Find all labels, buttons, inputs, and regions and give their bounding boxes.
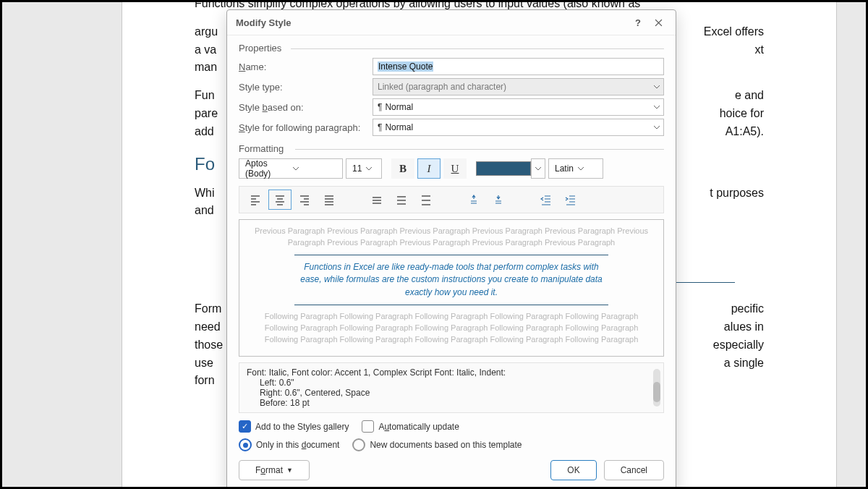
italic-button[interactable]: I (417, 158, 441, 179)
modify-style-dialog: Modify Style ? Properties NName:ame: Int… (226, 9, 676, 489)
align-center-button[interactable] (268, 190, 292, 210)
section-properties: Properties (239, 38, 664, 56)
check-auto-update[interactable]: Automatically update (362, 420, 459, 433)
description-scrollbar[interactable] (653, 369, 660, 407)
following-dropdown[interactable]: ¶Normal (373, 119, 664, 136)
indent-decrease-button[interactable] (535, 190, 558, 210)
dialog-titlebar: Modify Style ? (227, 10, 676, 35)
style-description: Font: Italic, Font color: Accent 1, Comp… (239, 362, 664, 413)
style-preview: Previous Paragraph Previous Paragraph Pr… (239, 219, 664, 357)
chevron-down-icon (653, 83, 660, 90)
chevron-down-icon: ▼ (286, 467, 293, 474)
space-before-inc-button[interactable] (462, 190, 485, 210)
align-right-button[interactable] (293, 190, 316, 210)
space-before-dec-button[interactable] (487, 190, 510, 210)
paragraph-toolbar (239, 186, 664, 213)
label-name: NName:ame: (239, 61, 365, 72)
font-family-combo[interactable]: Aptos (Body) (239, 158, 343, 179)
label-following: Style for following paragraph: (239, 122, 365, 133)
chevron-down-icon (535, 165, 542, 172)
align-left-button[interactable] (244, 190, 267, 210)
radio-only-doc[interactable]: Only in this document (239, 438, 339, 451)
preview-sample-text: Functions in Excel are like ready-made t… (299, 261, 603, 299)
line-spacing-1-button[interactable] (365, 190, 388, 210)
indent-increase-button[interactable] (559, 190, 582, 210)
chevron-down-icon (365, 165, 378, 172)
section-formatting: Formatting (239, 139, 664, 157)
cancel-button[interactable]: Cancel (604, 460, 664, 480)
align-justify-button[interactable] (318, 190, 341, 210)
dialog-title: Modify Style (236, 17, 292, 28)
chevron-down-icon (577, 165, 600, 172)
line-spacing-15-button[interactable] (390, 190, 413, 210)
preview-next-text: Following Paragraph Following Paragraph … (251, 311, 652, 346)
bold-button[interactable]: B (391, 158, 414, 179)
ok-button[interactable]: OK (550, 460, 596, 480)
script-combo[interactable]: Latin (548, 158, 603, 179)
chevron-down-icon (292, 165, 339, 172)
font-color-picker[interactable] (476, 159, 545, 178)
name-input[interactable]: Intense Quote (373, 58, 664, 75)
line-spacing-2-button[interactable] (414, 190, 438, 210)
radio-new-docs[interactable]: New documents based on this template (352, 438, 522, 451)
close-button[interactable] (648, 14, 668, 30)
chevron-down-icon (653, 124, 660, 131)
formatting-toolbar: Aptos (Body) 11 B I U Latin (239, 156, 664, 182)
check-add-gallery[interactable]: ✓Add to the Styles gallery (239, 420, 349, 433)
style-type-dropdown: Linked (paragraph and character) (373, 78, 664, 95)
underline-button[interactable]: U (443, 158, 467, 179)
based-on-dropdown[interactable]: ¶Normal (373, 98, 664, 116)
preview-prev-text: Previous Paragraph Previous Paragraph Pr… (251, 226, 652, 249)
chevron-down-icon (653, 103, 660, 111)
format-menu-button[interactable]: Format ▼ (239, 460, 310, 480)
help-button[interactable]: ? (628, 14, 648, 30)
properties-fieldset: NName:ame: Intense Quote Style type: Lin… (239, 55, 664, 139)
label-based-on: Style based on: (239, 102, 365, 113)
font-size-combo[interactable]: 11 (346, 158, 382, 179)
label-style-type: Style type: (239, 82, 365, 93)
